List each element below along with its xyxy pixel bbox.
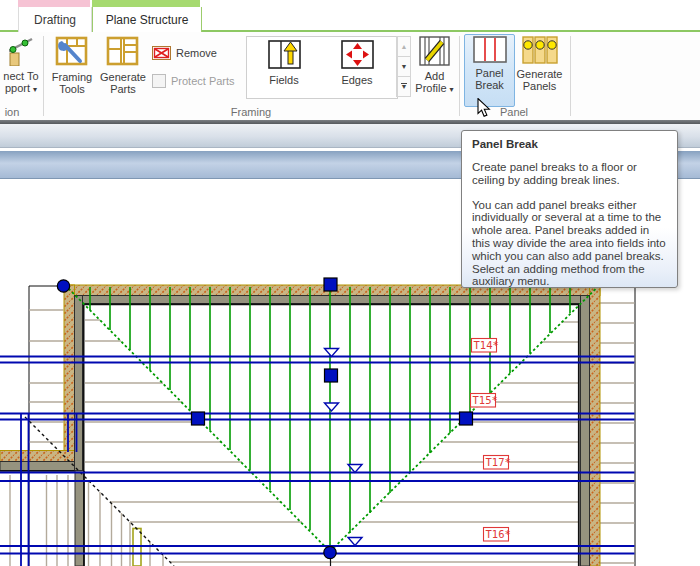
panel-break-icon [473, 36, 507, 65]
generate-panels-label-line2: Panels [523, 80, 557, 92]
tab-drafting-label: Drafting [34, 13, 76, 27]
part-label-t15: T15* [473, 394, 498, 406]
panel-break-lines [0, 357, 635, 566]
framing-gallery: Fields Edges [246, 36, 398, 99]
connect-label-line1: nect To [3, 70, 38, 82]
generate-panels-label-line1: Generate [517, 68, 563, 80]
panel-break-button[interactable]: Panel Break [464, 34, 515, 107]
tab-plane-structure[interactable]: Plane Structure [92, 7, 202, 32]
group-divider [459, 36, 460, 116]
add-profile-label-line2: Profile ▾ [415, 82, 453, 96]
edges-label: Edges [341, 74, 372, 86]
post-outline [133, 529, 141, 566]
group-label-clipped: ion [0, 106, 24, 118]
gallery-scrollbar: ▲ ▼ ▼ [396, 36, 411, 97]
tooltip-paragraph-1: Create panel breaks to a floor or ceilin… [472, 161, 667, 187]
checkbox-icon [152, 74, 166, 88]
panel-break-tooltip: Panel Break Create panel breaks to a flo… [461, 130, 678, 288]
mouse-cursor-icon [477, 98, 492, 122]
group-divider [43, 36, 44, 116]
add-profile-icon [419, 36, 450, 68]
generate-parts-label-line2: Parts [110, 83, 136, 95]
framing-tools-label-line1: Framing [52, 71, 92, 83]
contextual-strip-pink [18, 0, 90, 7]
ribbon: nect To pport ▾ Framing Tools [0, 32, 700, 120]
gallery-scroll-up-button[interactable]: ▲ [397, 36, 411, 57]
tab-plane-structure-label: Plane Structure [106, 13, 189, 27]
hip-diagonals [65, 285, 599, 552]
part-label-t16: T16* [486, 528, 511, 540]
tab-drafting[interactable]: Drafting [18, 7, 92, 32]
group-label-framing: Framing [211, 106, 291, 118]
gray-framing-lines [29, 303, 635, 563]
sheet-boundary-lines [29, 286, 635, 566]
fields-button[interactable]: Fields [251, 40, 317, 86]
generate-parts-label-line1: Generate [100, 71, 146, 83]
gallery-more-button[interactable]: ▼ [397, 77, 411, 97]
contextual-strip-green [92, 0, 200, 7]
framing-tools-icon [55, 36, 89, 69]
part-label-t14: T14* [474, 339, 499, 351]
remove-icon [152, 46, 171, 60]
tooltip-paragraph-2: You can add panel breaks either individu… [472, 199, 667, 289]
application-window: Drafting Plane Structure nect To pport ▾ [0, 0, 700, 566]
remove-button[interactable]: Remove [152, 46, 217, 60]
part-label-t17: T17* [486, 456, 511, 468]
add-profile-button[interactable]: Add Profile ▾ [410, 35, 459, 105]
connect-label-line2: pport ▾ [5, 82, 37, 96]
generate-parts-button[interactable]: Generate Parts [99, 35, 147, 105]
panel-break-label-line1: Panel [475, 67, 503, 79]
scroll-up-icon: ▲ [401, 43, 408, 50]
fields-icon [268, 40, 301, 71]
gallery-scroll-down-button[interactable]: ▼ [397, 57, 411, 77]
generate-panels-icon [522, 36, 558, 66]
framing-tools-label-line2: Tools [59, 83, 85, 95]
add-profile-label-line1: Add [425, 70, 445, 82]
beam-connection-icon [9, 36, 33, 68]
panel-break-label-line2: Break [475, 79, 504, 91]
protect-parts-checkbox: Protect Parts [152, 74, 235, 88]
remove-label: Remove [176, 47, 217, 59]
edges-icon [341, 40, 374, 71]
dropdown-arrow-icon: ▾ [33, 85, 37, 94]
group-divider [570, 36, 571, 116]
edges-button[interactable]: Edges [324, 40, 390, 86]
framing-tools-button[interactable]: Framing Tools [47, 35, 97, 105]
dropdown-arrow-icon: ▾ [450, 85, 454, 94]
generate-panels-button[interactable]: Generate Panels [515, 35, 564, 105]
generate-parts-icon [106, 36, 140, 69]
scroll-down-icon: ▼ [401, 63, 408, 70]
fields-label: Fields [269, 74, 298, 86]
connect-to-support-button-clipped[interactable]: nect To pport ▾ [0, 35, 42, 105]
gallery-more-icon: ▼ [401, 83, 408, 90]
tooltip-title: Panel Break [472, 138, 667, 150]
protect-parts-label: Protect Parts [171, 75, 235, 87]
